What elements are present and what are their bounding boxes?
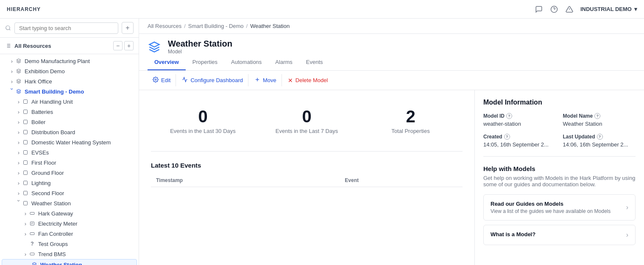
sidebar-item-label: Hark Office	[25, 78, 52, 85]
close-icon: ✕	[288, 77, 293, 84]
sidebar-item-label: Domestic Water Heating System	[31, 139, 111, 146]
help-card-guides-text: Read our Guides on Models View a list of…	[491, 201, 611, 214]
sidebar-item-distribution-board[interactable]: › Distribution Board	[0, 127, 139, 137]
configure-dashboard-button[interactable]: Configure Dashboard	[177, 74, 248, 86]
sidebar-item-lighting[interactable]: › Lighting	[0, 178, 139, 188]
sidebar-item-fan-controller[interactable]: › Fan Controller	[0, 229, 139, 239]
sidebar-item-label: Smart Building - Demo	[25, 88, 84, 95]
stat-events-30: 0 Events in the Last 30 Days	[151, 100, 255, 141]
sidebar-item-trend-bms[interactable]: › Trend BMS	[0, 249, 139, 259]
sidebar-item-weather-station-group[interactable]: › Weather Station	[0, 198, 139, 208]
sidebar-item-label: Boiler	[31, 119, 45, 125]
col-timestamp: Timestamp	[151, 174, 340, 187]
sidebar-item-label: Electricity Meter	[38, 221, 77, 227]
sidebar-item-label: Distribution Board	[31, 129, 75, 135]
model-info-title: Model Information	[483, 99, 636, 106]
search-input[interactable]	[14, 22, 118, 34]
sidebar-item-boiler[interactable]: › Boiler	[0, 117, 139, 127]
sidebar-item-label: Fan Controller	[38, 231, 73, 237]
move-button[interactable]: Move	[249, 74, 282, 86]
stat-total-properties: 2 Total Properties	[359, 100, 463, 141]
svg-marker-38	[149, 42, 159, 47]
svg-point-4	[6, 26, 10, 30]
tab-properties[interactable]: Properties	[186, 55, 224, 70]
user-menu[interactable]: INDUSTRIAL DEMO ▾	[580, 6, 637, 12]
all-resources-toggle[interactable]: All Resources	[5, 43, 51, 49]
sidebar-item-second-floor[interactable]: › Second Floor	[0, 188, 139, 198]
sidebar-item-domestic-water[interactable]: › Domestic Water Heating System	[0, 137, 139, 147]
sidebar-item-label: Demo Manufacturing Plant	[25, 58, 90, 64]
created-label: Created ?	[483, 134, 556, 140]
svg-rect-35	[30, 253, 34, 255]
sidebar-item-test-groups[interactable]: › ? Test Groups	[0, 239, 139, 249]
sidebar-item-evses[interactable]: › EVSEs	[0, 147, 139, 157]
sidebar-item-batteries[interactable]: › Batteries	[0, 107, 139, 117]
edit-button[interactable]: Edit	[148, 74, 176, 86]
breadcrumb-smart-building[interactable]: Smart Building - Demo	[188, 23, 244, 29]
sidebar-item-hark-gateway[interactable]: › Hark Gateway	[0, 208, 139, 218]
stats-row: 0 Events in the Last 30 Days 0 Events in…	[151, 100, 463, 152]
collapse-all-button[interactable]: −	[113, 41, 123, 50]
sidebar-item-weather-station-leaf[interactable]: › Weather Station	[2, 259, 137, 265]
topbar-right: INDUSTRIAL DEMO ▾	[535, 5, 637, 14]
sidebar-item-hark-office[interactable]: › Hark Office	[0, 76, 139, 86]
expand-all-button[interactable]: +	[124, 41, 134, 50]
sidebar-item-label: Batteries	[31, 109, 53, 115]
svg-rect-16	[24, 100, 28, 104]
svg-marker-12	[17, 59, 21, 61]
model-id-value: weather-station	[483, 121, 556, 127]
box-icon	[22, 119, 29, 125]
chat-icon[interactable]	[535, 5, 543, 14]
sidebar-item-electricity-meter[interactable]: › Electricity Meter	[0, 218, 139, 229]
all-resources-label: All Resources	[14, 43, 51, 49]
add-resource-button[interactable]: +	[122, 22, 134, 34]
tab-overview[interactable]: Overview	[148, 55, 186, 70]
content-area: All Resources / Smart Building - Demo / …	[139, 19, 644, 265]
tab-alarms[interactable]: Alarms	[268, 55, 299, 70]
sidebar-item-exhibition-demo[interactable]: › Exhibition Demo	[0, 66, 139, 76]
help-icon[interactable]	[550, 5, 558, 14]
breadcrumb-sep-2: /	[246, 23, 248, 29]
model-icon	[15, 58, 22, 64]
events-7-value: 0	[262, 107, 352, 126]
svg-marker-15	[17, 89, 21, 91]
delete-model-button[interactable]: ✕ Delete Model	[283, 75, 333, 86]
tab-events[interactable]: Events	[299, 55, 330, 70]
sidebar-tree: › Demo Manufacturing Plant › Exhibition …	[0, 54, 139, 265]
sidebar-item-label: Hark Gateway	[38, 210, 73, 217]
help-card-guides[interactable]: Read our Guides on Models View a list of…	[483, 194, 636, 221]
breadcrumb-all-resources[interactable]: All Resources	[148, 23, 181, 29]
sidebar-search-row: +	[0, 19, 139, 38]
sidebar-item-first-floor[interactable]: › First Floor	[0, 157, 139, 168]
total-properties-label: Total Properties	[365, 128, 456, 134]
events-30-value: 0	[158, 107, 248, 126]
sidebar-item-smart-building[interactable]: › Smart Building - Demo	[0, 86, 139, 97]
model-id-field: Model ID ? weather-station	[483, 113, 556, 127]
page-header: Weather Station Model	[139, 34, 644, 55]
page-subtitle: Model	[168, 49, 636, 55]
box-icon	[22, 129, 29, 135]
svg-marker-37	[32, 262, 36, 265]
sidebar-item-ground-floor[interactable]: › Ground Floor	[0, 168, 139, 178]
sidebar-item-air-handling[interactable]: › Air Handling Unit	[0, 97, 139, 107]
model-name-value: Weather Station	[563, 121, 636, 127]
meter-icon	[29, 220, 36, 227]
help-card-what-is-model[interactable]: What is a Model? ›	[483, 225, 636, 245]
toolbar: Edit Configure Dashboard Move ✕ Delete M…	[139, 71, 644, 90]
sidebar-header: All Resources − +	[0, 38, 139, 54]
model-id-help-icon[interactable]: ?	[506, 113, 512, 119]
tab-automations[interactable]: Automations	[224, 55, 268, 70]
chevron-down-icon: ›	[8, 88, 15, 95]
box-icon	[22, 159, 29, 166]
chevron-right-icon: ›	[15, 139, 22, 146]
svg-rect-24	[24, 181, 28, 185]
sidebar-item-demo-manufacturing[interactable]: › Demo Manufacturing Plant	[0, 56, 139, 66]
created-help-icon[interactable]: ?	[504, 134, 510, 140]
gateway-icon	[29, 251, 36, 257]
last-updated-help-icon[interactable]: ?	[597, 134, 603, 140]
model-name-help-icon[interactable]: ?	[594, 113, 600, 119]
alert-icon[interactable]	[565, 5, 574, 14]
help-card-model-title: What is a Model?	[491, 231, 535, 237]
chevron-right-icon: ›	[8, 68, 15, 75]
svg-rect-17	[24, 110, 28, 114]
